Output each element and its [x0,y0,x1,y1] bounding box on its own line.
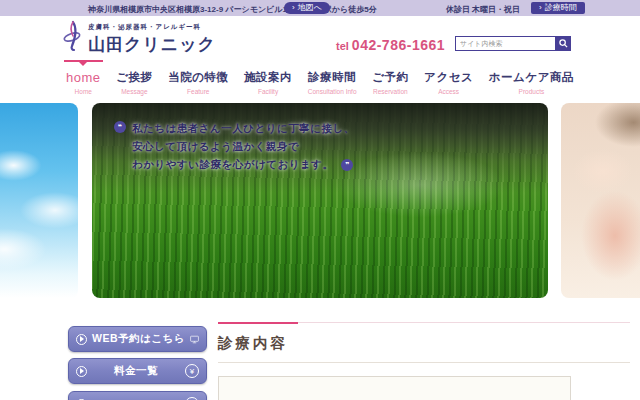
chevron-right-icon: › [539,3,542,13]
carousel-slide-face[interactable] [561,103,640,298]
logo-icon [62,20,84,52]
arrow-circle-icon [76,366,87,377]
clinic-logo[interactable]: 皮膚科・泌尿器科・アレルギー科 山田クリニック [62,20,216,56]
quote-line-2: 安心して頂けるよう温かく親身で [132,137,355,155]
monitor-icon [190,333,199,346]
nav-sublabel: Products [489,88,574,95]
clinic-address: 神奈川県相模原市中央区相模原3-12-9 パーシモンビル1F 相模原駅から徒歩5… [88,4,377,15]
map-button-label: 地図へ [298,2,322,14]
nav-item-products[interactable]: ホームケア商品 Products [487,60,576,95]
carousel-slide-sky[interactable] [0,103,78,298]
nav-item-feature[interactable]: 当院の特徴 Feature [166,60,230,95]
search-input[interactable] [455,36,555,51]
section-underline [218,362,630,363]
nav-sublabel: Facility [244,88,292,95]
map-button[interactable]: › 地図へ [284,2,330,14]
nav-label: ご予約 [372,70,408,85]
hours-button-label: 診療時間 [545,2,577,14]
nav-item-access[interactable]: アクセス Access [422,60,475,95]
nav-sublabel: Consultation Info [308,88,357,95]
nav-label: 診療時間 [308,70,357,85]
hours-button[interactable]: › 診療時間 [531,2,585,14]
price-list-label: 料金一覧 [92,364,180,378]
nav-label: home [66,70,101,85]
site-search [455,36,571,51]
service-card[interactable] [482,376,571,400]
nav-item-consultation-info[interactable]: 診療時間 Consultation Info [306,60,359,95]
main-navigation: home Home ご挨拶 Message 当院の特徴 Feature 施設案内… [64,60,576,100]
service-card[interactable] [306,376,395,400]
nav-sublabel: Home [66,88,101,95]
logo-text: 皮膚科・泌尿器科・アレルギー科 山田クリニック [88,20,216,56]
closed-days-label: 休診日 [446,4,470,15]
nav-label: 施設案内 [244,70,292,85]
quote-line-3: わかりやすい診療を心がけております。❞ [132,155,355,173]
search-icon [559,39,568,48]
service-card[interactable] [394,376,483,400]
arrow-circle-icon [76,334,87,345]
main-content: 診療内容 [218,322,630,400]
nav-sublabel: Reservation [372,88,408,95]
web-reservation-label: WEB予約はこちら [92,332,185,346]
clinic-name: 山田クリニック [88,33,216,56]
closed-days-value: 木曜日・祝日 [472,4,520,15]
price-list-button[interactable]: 料金一覧 ¥ [68,358,207,384]
nav-sublabel: Message [116,88,152,95]
tel-label: tel [336,40,349,52]
phone-number: tel042-786-1661 [336,36,445,54]
nav-item-facility[interactable]: 施設案内 Facility [242,60,294,95]
nav-item-reservation[interactable]: ご予約 Reservation [370,60,410,95]
chevron-right-icon: › [292,3,295,13]
service-card[interactable] [218,376,307,400]
search-button[interactable] [555,36,571,51]
nav-sublabel: Access [424,88,473,95]
nav-sublabel: Feature [168,88,228,95]
quote-close-icon: ❞ [341,159,353,171]
yen-icon: ¥ [185,364,199,378]
web-reservation-button[interactable]: WEB予約はこちら [68,326,207,352]
top-info-bar: 神奈川県相模原市中央区相模原3-12-9 パーシモンビル1F 相模原駅から徒歩5… [0,0,640,16]
site-header: 皮膚科・泌尿器科・アレルギー科 山田クリニック tel042-786-1661 [0,16,640,58]
sidebar-button-partial[interactable] [68,391,207,400]
carousel-slide-grass[interactable]: ❝ 私たちは患者さん一人ひとりに丁寧に接し、 安心して頂けるよう温かく親身で わ… [92,103,548,298]
services-grid [218,376,630,400]
nav-label: アクセス [424,70,473,85]
hero-quote: ❝ 私たちは患者さん一人ひとりに丁寧に接し、 安心して頂けるよう温かく親身で わ… [114,119,355,173]
section-divider [218,322,630,324]
nav-label: ご挨拶 [116,70,152,85]
departments-label: 皮膚科・泌尿器科・アレルギー科 [88,23,216,32]
hero-carousel: ❝ 私たちは患者さん一人ひとりに丁寧に接し、 安心して頂けるよう温かく親身で わ… [0,103,640,298]
quote-open-icon: ❝ [114,121,126,133]
nav-item-message[interactable]: ご挨拶 Message [114,60,154,95]
nav-label: ホームケア商品 [489,70,574,85]
tel-number: 042-786-1661 [352,37,445,53]
nav-item-home[interactable]: home Home [64,60,103,95]
page: 神奈川県相模原市中央区相模原3-12-9 パーシモンビル1F 相模原駅から徒歩5… [0,0,640,400]
section-title: 診療内容 [218,334,630,353]
quote-line-1: 私たちは患者さん一人ひとりに丁寧に接し、 [132,119,355,137]
nav-label: 当院の特徴 [168,70,228,85]
